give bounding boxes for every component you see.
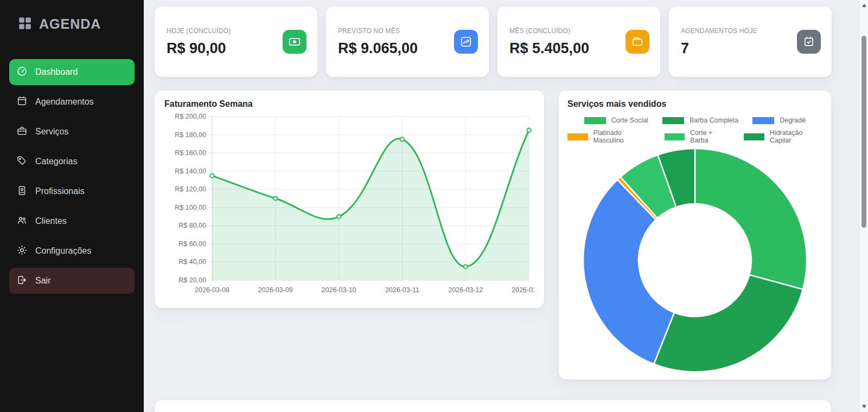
calendar-icon (17, 96, 27, 108)
faturamento-line-chart: R$ 200,00R$ 180,00R$ 160,00R$ 140,00R$ 1… (164, 109, 534, 302)
svg-text:R$ 80,00: R$ 80,00 (178, 222, 206, 229)
legend-item[interactable]: Degradê (752, 117, 806, 124)
svg-text:2026-03-09: 2026-03-09 (258, 286, 293, 294)
legend-swatch-icon (744, 133, 764, 140)
svg-text:R$ 200,00: R$ 200,00 (175, 113, 206, 120)
sidebar-item-label: Clientes (35, 216, 67, 226)
scroll-down-arrow-icon[interactable] (862, 405, 866, 408)
sidebar-item-label: Profissionais (35, 186, 85, 196)
sidebar-item-dashboard[interactable]: Dashboard (9, 59, 135, 85)
legend-row: Platinado MasculinoCorte + BarbaHidrataç… (567, 129, 822, 144)
app-logo: AGENDA (0, 0, 144, 32)
svg-text:2026-03-12: 2026-03-12 (448, 286, 483, 294)
dashboard-page: AGENDA Dashboard (0, 0, 868, 412)
legend-item[interactable]: Corte Social (584, 117, 648, 124)
svg-text:R$ 120,00: R$ 120,00 (175, 185, 206, 193)
sidebar-item-clientes[interactable]: Clientes (9, 208, 135, 234)
sidebar-nav: Dashboard Agendamentos Serviç (0, 59, 144, 294)
briefcase-icon (17, 126, 27, 138)
faturamento-chart-card: Faturamento Semana R$ 200,00R$ 180,00R$ … (155, 91, 544, 308)
legend-item[interactable]: Hidratação Capilar (744, 129, 822, 144)
tag-icon (17, 156, 27, 168)
main-content: HOJE (CONCLUÍDO) R$ 90,00 PREVISTO NO MÊ… (144, 0, 859, 412)
svg-text:R$ 100,00: R$ 100,00 (175, 204, 206, 211)
sidebar-item-label: Agendamentos (35, 97, 94, 107)
donut-legend: Corte SocialBarba CompletaDegradêPlatina… (567, 117, 822, 144)
vertical-scrollbar[interactable] (859, 0, 868, 412)
bottom-card-partial (155, 400, 831, 412)
line-chart-svg: R$ 200,00R$ 180,00R$ 160,00R$ 140,00R$ 1… (164, 109, 534, 300)
legend-swatch-icon (752, 117, 774, 124)
sidebar-item-label: Serviços (35, 127, 68, 137)
legend-swatch-icon (665, 133, 685, 140)
sidebar: AGENDA Dashboard (0, 0, 144, 412)
legend-label: Platinado Masculino (593, 129, 650, 144)
gear-icon (17, 245, 27, 258)
stat-card-hoje: HOJE (CONCLUÍDO) R$ 90,00 (155, 7, 317, 77)
app-title: AGENDA (39, 16, 101, 32)
cash-icon (283, 30, 307, 54)
legend-item[interactable]: Platinado Masculino (567, 129, 650, 144)
scrollbar-thumb[interactable] (861, 36, 866, 228)
legend-label: Corte + Barba (690, 129, 730, 144)
legend-label: Barba Completa (690, 117, 738, 124)
sidebar-item-servicos[interactable]: Serviços (9, 119, 135, 145)
sidebar-item-label: Dashboard (35, 67, 78, 77)
sidebar-item-configuracoes[interactable]: Configurações (9, 238, 135, 264)
svg-text:R$ 140,00: R$ 140,00 (175, 168, 206, 175)
servicos-chart-card: Serviços mais vendidos Corte SocialBarba… (559, 91, 831, 379)
wallet-icon (626, 30, 649, 54)
legend-swatch-icon (567, 133, 588, 140)
grid-icon (18, 17, 31, 32)
sidebar-item-sair[interactable]: Sair (9, 268, 135, 294)
doughnut-svg (580, 145, 810, 375)
svg-text:2026-03-10: 2026-03-10 (322, 286, 356, 294)
graph-up-icon (454, 30, 478, 54)
svg-text:R$ 160,00: R$ 160,00 (175, 149, 206, 157)
legend-row: Corte SocialBarba CompletaDegradê (567, 117, 822, 124)
stat-card-agendamentos: AGENDAMENTOS HOJE 7 (669, 7, 832, 77)
people-icon (17, 215, 27, 228)
legend-swatch-icon (584, 117, 606, 124)
legend-swatch-icon (662, 117, 684, 124)
servicos-doughnut-chart (567, 145, 822, 375)
logout-icon (17, 275, 27, 287)
svg-text:R$ 180,00: R$ 180,00 (175, 131, 206, 139)
svg-text:R$ 20,00: R$ 20,00 (178, 276, 206, 284)
svg-text:2026-03-13: 2026-03-13 (512, 286, 534, 294)
chart-title: Serviços mais vendidos (567, 99, 822, 109)
legend-item[interactable]: Barba Completa (662, 117, 738, 124)
legend-label: Hidratação Capilar (770, 129, 822, 144)
svg-text:R$ 40,00: R$ 40,00 (178, 258, 206, 266)
svg-text:2026-03-11: 2026-03-11 (385, 286, 419, 294)
stat-card-previsto: PREVISTO NO MÊS R$ 9.065,00 (326, 7, 489, 77)
calendar-check-icon (797, 30, 821, 54)
chart-title: Faturamento Semana (164, 99, 534, 109)
speedometer-icon (17, 66, 27, 79)
legend-item[interactable]: Corte + Barba (665, 129, 730, 144)
scroll-up-arrow-icon[interactable] (862, 4, 866, 7)
stat-card-mes: MÊS (CONCLUÍDO) R$ 5.405,00 (497, 7, 660, 77)
sidebar-item-label: Configurações (35, 246, 91, 256)
person-badge-icon (17, 185, 27, 198)
svg-text:2026-03-08: 2026-03-08 (195, 286, 229, 294)
sidebar-item-agendamentos[interactable]: Agendamentos (9, 89, 135, 115)
svg-text:R$ 60,00: R$ 60,00 (178, 240, 206, 248)
sidebar-item-categorias[interactable]: Categorias (9, 149, 135, 175)
sidebar-item-label: Categorias (35, 157, 77, 166)
sidebar-item-label: Sair (35, 276, 50, 286)
legend-label: Degradê (780, 117, 806, 124)
sidebar-item-profissionais[interactable]: Profissionais (9, 178, 135, 204)
legend-label: Corte Social (611, 117, 648, 124)
